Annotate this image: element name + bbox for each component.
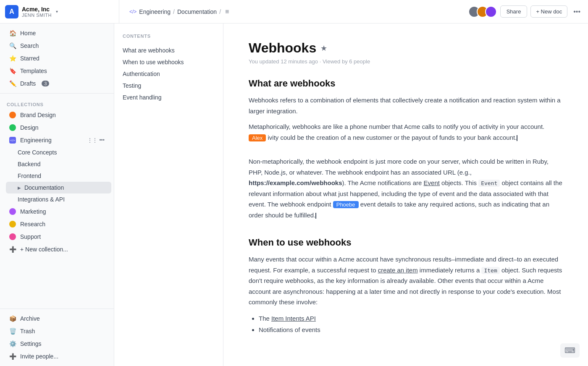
archive-icon: 📦 xyxy=(9,315,16,322)
sidebar-item-core-concepts[interactable]: Core Concepts xyxy=(6,146,111,158)
sidebar-item-invite[interactable]: ➕ Invite people... xyxy=(3,350,111,363)
home-icon: 🏠 xyxy=(9,30,16,37)
sidebar-drafts-label: Drafts xyxy=(20,80,36,87)
settings-label: Settings xyxy=(20,340,42,347)
engineering-more-icon[interactable]: ••• xyxy=(99,137,105,143)
spacer-1 xyxy=(249,148,563,156)
chevron-down-icon[interactable]: ▾ xyxy=(56,9,58,14)
toc-item-4[interactable]: Event handling xyxy=(123,92,215,103)
sidebar-item-trash[interactable]: 🗑️ Trash xyxy=(3,325,111,337)
design-icon xyxy=(9,124,16,131)
keyboard-icon: ⌨ xyxy=(560,343,580,358)
drafts-badge: 3 xyxy=(42,81,49,86)
sidebar-starred-label: Starred xyxy=(20,55,39,62)
sidebar-item-design[interactable]: Design xyxy=(3,121,111,134)
url-bold: https://example.com/webhooks xyxy=(249,179,342,186)
brand-design-icon xyxy=(9,112,16,118)
list-icon[interactable]: ⋮⋮ xyxy=(87,137,97,143)
spacer-2 xyxy=(249,225,563,234)
sidebar-item-home[interactable]: 🏠 Home xyxy=(3,27,111,39)
breadcrumb-sep-1: / xyxy=(173,8,175,15)
breadcrumb: </> Engineering / Documentation / ≡ xyxy=(123,6,465,17)
section-heading-0: What are webhooks xyxy=(249,78,563,89)
trash-icon: 🗑️ xyxy=(9,328,16,335)
integrations-label: Integrations & API xyxy=(18,196,65,203)
star-icon[interactable]: ★ xyxy=(320,44,327,53)
menu-button[interactable]: ≡ xyxy=(223,6,231,17)
frontend-label: Frontend xyxy=(18,173,41,179)
search-icon: 🔍 xyxy=(9,42,16,49)
cursor-2 xyxy=(315,213,316,219)
invite-icon: ➕ xyxy=(9,353,16,360)
toc-item-0[interactable]: What are webhooks xyxy=(123,44,215,56)
sidebar-item-backend[interactable]: Backend xyxy=(6,158,111,170)
sidebar-item-support[interactable]: Support xyxy=(3,230,111,243)
sidebar-templates-label: Templates xyxy=(20,68,47,74)
doc-meta: You updated 12 minutes ago · Viewed by 6… xyxy=(249,58,563,65)
topbar-right: Share + New doc ••• xyxy=(468,5,583,18)
code-icon: </> xyxy=(129,9,136,15)
core-concepts-label: Core Concepts xyxy=(18,149,57,156)
create-item-link[interactable]: create an item xyxy=(378,267,418,274)
more-options-button[interactable]: ••• xyxy=(571,6,583,17)
workspace-user: JENN SMITH xyxy=(22,13,52,18)
sidebar-item-integrations[interactable]: Integrations & API xyxy=(6,193,111,205)
sidebar-item-marketing[interactable]: Marketing xyxy=(3,205,111,218)
divider-2 xyxy=(0,308,114,309)
sidebar-item-documentation[interactable]: ▶ Documentation xyxy=(6,182,111,193)
plus-collection-icon: ➕ xyxy=(9,246,16,253)
sidebar-item-starred[interactable]: ⭐ Starred xyxy=(3,52,111,65)
sidebar-item-drafts[interactable]: ✏️ Drafts 3 xyxy=(3,77,111,90)
avatar-group xyxy=(468,6,497,18)
sidebar: 🏠 Home 🔍 Search ⭐ Starred 🔖 Templates ✏️… xyxy=(0,24,114,366)
sidebar-item-archive[interactable]: 📦 Archive xyxy=(3,312,111,325)
toc-item-1[interactable]: When to use webhooks xyxy=(123,56,215,68)
toc-panel: CONTENTS What are webhooks When to use w… xyxy=(114,24,223,366)
archive-label: Archive xyxy=(20,315,40,322)
share-button[interactable]: Share xyxy=(500,5,528,18)
doc-area: Webhooks ★ You updated 12 minutes ago · … xyxy=(223,24,588,366)
toc-item-2[interactable]: Authentication xyxy=(123,68,215,80)
engineering-actions: ⋮⋮ ••• xyxy=(87,137,105,143)
sidebar-item-engineering[interactable]: </> Engineering ⋮⋮ ••• xyxy=(3,134,111,146)
breadcrumb-sep-2: / xyxy=(219,8,221,15)
breadcrumb-engineering-link[interactable]: Engineering xyxy=(139,8,171,15)
doc-para-3: Many events that occur within a Acme acc… xyxy=(249,254,563,308)
sidebar-item-brand-design[interactable]: Brand Design xyxy=(3,109,111,121)
bullet-list: The Item Intents API Notifications of ev… xyxy=(249,313,563,335)
bullet-item-1: Notifications of events xyxy=(259,324,563,335)
sidebar-item-settings[interactable]: ⚙️ Settings xyxy=(3,337,111,350)
doc-para-0: Webhooks refers to a combination of elem… xyxy=(249,95,563,116)
mention-alex: Alex xyxy=(249,134,266,141)
marketing-label: Marketing xyxy=(20,208,46,215)
new-collection-label: + New collection... xyxy=(20,246,68,253)
sidebar-item-frontend[interactable]: Frontend xyxy=(6,170,111,182)
bullet-item-0: The Item Intents API xyxy=(259,313,563,324)
cursor-1 xyxy=(517,135,517,141)
toc-item-3[interactable]: Testing xyxy=(123,80,215,92)
sidebar-home-label: Home xyxy=(20,30,36,37)
sidebar-item-research[interactable]: Research xyxy=(3,218,111,230)
breadcrumb-documentation-link[interactable]: Documentation xyxy=(177,8,217,15)
new-doc-button[interactable]: + New doc xyxy=(530,5,567,18)
event-code: Event xyxy=(478,180,500,187)
support-label: Support xyxy=(20,233,41,240)
research-icon xyxy=(9,221,16,227)
engineering-sub-items: Core Concepts Backend Frontend ▶ Documen… xyxy=(0,146,114,205)
workspace-info: Acme, Inc JENN SMITH xyxy=(22,6,52,18)
item-intents-link[interactable]: Item Intents API xyxy=(271,315,316,322)
marketing-icon xyxy=(9,208,16,215)
item-code: Item xyxy=(481,267,499,274)
sidebar-search-label: Search xyxy=(20,42,39,49)
design-label: Design xyxy=(20,124,39,131)
trash-label: Trash xyxy=(20,328,35,335)
brand-design-label: Brand Design xyxy=(20,112,56,118)
support-icon xyxy=(9,233,16,240)
avatar-3 xyxy=(485,6,497,18)
sidebar-item-new-collection[interactable]: ➕ + New collection... xyxy=(3,243,111,256)
collections-label: COLLECTIONS xyxy=(0,97,114,109)
sidebar-item-templates[interactable]: 🔖 Templates xyxy=(3,65,111,77)
sidebar-item-search[interactable]: 🔍 Search xyxy=(3,39,111,52)
mention-phoebe: Phoebe xyxy=(333,201,359,208)
doc-title: Webhooks xyxy=(249,40,316,56)
